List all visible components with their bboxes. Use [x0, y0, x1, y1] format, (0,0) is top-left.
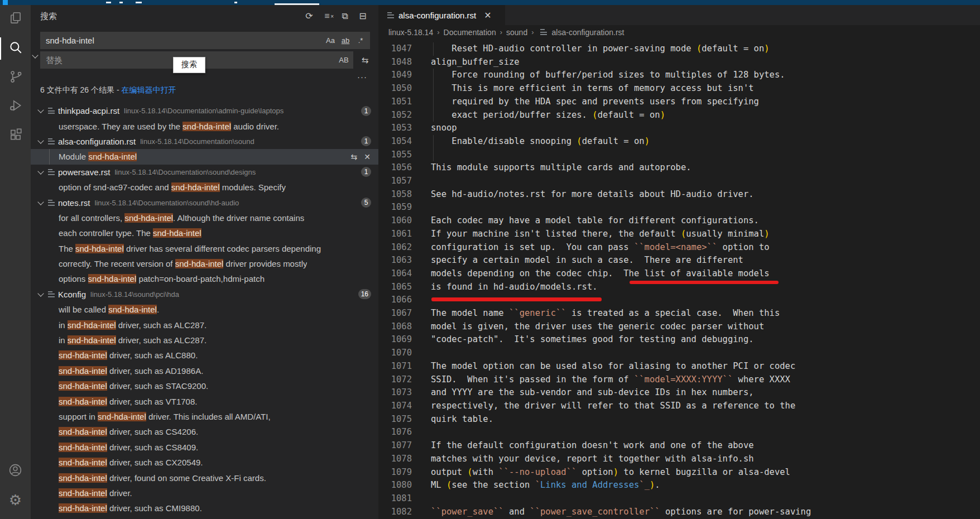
- match-result-row[interactable]: snd-hda-intel driver, such as CX20549.: [31, 455, 378, 470]
- code-line[interactable]: 1056This module supports multiple cards …: [378, 161, 980, 175]
- match-result-row[interactable]: The snd-hda-intel driver has several dif…: [31, 241, 378, 256]
- match-result-row[interactable]: snd-hda-intel: [31, 516, 378, 519]
- match-result-row[interactable]: snd-hda-intel driver, such as AD1986A.: [31, 363, 378, 378]
- code-line[interactable]: 1074respectively, the driver will refer …: [378, 400, 980, 413]
- match-result-row[interactable]: snd-hda-intel driver, such as CMI9880.: [31, 501, 378, 516]
- code-line[interactable]: 1052 exact period/buffer sizes. (default…: [378, 109, 980, 122]
- code-line[interactable]: 1072SSID. When it's passed in the form o…: [378, 373, 980, 387]
- code-line[interactable]: 1062configuration is set up. You can pas…: [378, 241, 980, 254]
- match-result-row[interactable]: correctly. The recent version of snd-hda…: [31, 256, 378, 271]
- match-result-row[interactable]: options snd-hda-intel patch=on-board-pat…: [31, 271, 378, 286]
- sidebar-item-explorer[interactable]: [0, 5, 31, 34]
- file-result-row[interactable]: thinkpad-acpi.rstlinux-5.18.14\Documenta…: [31, 103, 378, 118]
- sidebar-item-run-debug[interactable]: [0, 92, 31, 121]
- match-result-row[interactable]: option of snd-ac97-codec and snd-hda-int…: [31, 180, 378, 195]
- code-line[interactable]: 1073and YYYY are the sub-vendor and sub-…: [378, 386, 980, 400]
- line-content: [431, 201, 980, 214]
- code-line[interactable]: 1048align_buffer_size: [378, 56, 980, 69]
- line-content: snoop: [431, 122, 980, 135]
- code-line[interactable]: 1049 Force rounding of buffer/period siz…: [378, 69, 980, 82]
- regex-toggle[interactable]: .*: [355, 35, 366, 46]
- match-result-row[interactable]: in snd-hda-intel driver, such as ALC287.: [31, 317, 378, 332]
- code-line[interactable]: 1075quirk table.: [378, 413, 980, 426]
- accounts-button[interactable]: [0, 456, 31, 486]
- sidebar-item-extensions[interactable]: [0, 121, 31, 150]
- open-in-editor-link[interactable]: 在编辑器中打开: [121, 85, 176, 94]
- code-line[interactable]: 1047 Reset HD-audio controller in power-…: [378, 42, 980, 56]
- breadcrumb-item[interactable]: sound: [506, 28, 527, 37]
- code-line[interactable]: 1054 Enable/disable snooping (default = …: [378, 135, 980, 148]
- code-line[interactable]: 1069"codec-patch". It's sometimes good f…: [378, 333, 980, 347]
- file-result-row[interactable]: powersave.rstlinux-5.18.14\Documentation…: [31, 165, 378, 180]
- whole-word-toggle[interactable]: ab: [340, 35, 351, 46]
- match-result-row[interactable]: snd-hda-intel driver, such as STAC9200.: [31, 378, 378, 393]
- code-line[interactable]: 1050 This is more efficient in terms of …: [378, 82, 980, 95]
- code-line[interactable]: 1078matches with your device, report it …: [378, 453, 980, 466]
- code-line[interactable]: 1061If your machine isn't listed there, …: [378, 228, 980, 241]
- code-lines[interactable]: 1047 Reset HD-audio controller in power-…: [378, 39, 980, 519]
- refresh-icon[interactable]: ⟳: [304, 11, 315, 22]
- breadcrumb-item[interactable]: Documentation: [444, 28, 496, 37]
- code-line[interactable]: 1053snoop: [378, 122, 980, 135]
- dismiss-icon[interactable]: ✕: [364, 152, 371, 161]
- code-line[interactable]: 1082``power_save`` and ``power_save_cont…: [378, 506, 980, 519]
- search-input[interactable]: [40, 36, 325, 45]
- sidebar-item-search[interactable]: [0, 34, 31, 63]
- match-result-row[interactable]: snd-hda-intel driver, such as CS8409.: [31, 440, 378, 455]
- toggle-replace-chevron-icon[interactable]: [32, 52, 38, 58]
- match-result-row[interactable]: each controller type. The snd-hda-intel: [31, 225, 378, 241]
- match-result-row[interactable]: snd-hda-intel driver.: [31, 486, 378, 501]
- sidebar-item-source-control[interactable]: [0, 63, 31, 92]
- code-line[interactable]: 1068model is given, the driver uses the …: [378, 320, 980, 334]
- clear-results-icon[interactable]: ≡×: [321, 11, 333, 22]
- code-line[interactable]: 1077If the default configuration doesn't…: [378, 439, 980, 453]
- match-result-row[interactable]: snd-hda-intel driver, found on some Crea…: [31, 470, 378, 485]
- match-result-row[interactable]: in snd-hda-intel driver, such as ALC287.: [31, 333, 378, 348]
- open-new-search-editor-icon[interactable]: ⧉: [339, 11, 350, 22]
- code-line[interactable]: 1081: [378, 492, 980, 506]
- code-line[interactable]: 1070: [378, 347, 980, 360]
- code-line[interactable]: 1080ML (see the section `Links and Addre…: [378, 479, 980, 492]
- tab-alsa-configuration[interactable]: alsa-configuration.rst ✕: [378, 5, 505, 25]
- code-line[interactable]: 1079output (with ``--no-upload`` option)…: [378, 466, 980, 479]
- match-result-row[interactable]: support in snd-hda-intel driver. This in…: [31, 409, 378, 424]
- breadcrumb-item[interactable]: linux-5.18.14: [388, 28, 433, 37]
- code-line[interactable]: 1071The model option can be used also fo…: [378, 360, 980, 373]
- line-content: models depending on the codec chip. The …: [431, 267, 980, 281]
- match-result-row[interactable]: snd-hda-intel driver, such as CS4206.: [31, 424, 378, 439]
- close-icon[interactable]: ✕: [484, 10, 491, 21]
- file-result-row[interactable]: Kconfiglinux-5.18.14\sound\pci\hda16: [31, 287, 378, 302]
- code-line[interactable]: 1055: [378, 148, 980, 162]
- tree-indent-guide: [49, 149, 50, 164]
- match-result-row[interactable]: snd-hda-intel driver, such as VT1708.: [31, 393, 378, 409]
- match-text: snd-hda-intel driver, such as VT1708.: [59, 397, 197, 406]
- file-result-row[interactable]: alsa-configuration.rstlinux-5.18.14\Docu…: [31, 134, 378, 149]
- match-highlight: snd-hda-intel: [59, 458, 107, 467]
- file-result-row[interactable]: notes.rstlinux-5.18.14\Documentation\sou…: [31, 195, 378, 210]
- match-result-row[interactable]: userspace. They are used by the snd-hda-…: [31, 118, 378, 133]
- preserve-case-toggle[interactable]: AB: [338, 55, 349, 66]
- code-line[interactable]: 1051 required by the HDA spec and preven…: [378, 95, 980, 109]
- replace-icon[interactable]: ⇆: [351, 152, 358, 161]
- match-result-row[interactable]: snd-hda-intel driver, such as ALC880.: [31, 348, 378, 363]
- replace-all-icon[interactable]: ⇆: [359, 54, 371, 66]
- match-result-row[interactable]: Module snd-hda-intel⇆✕: [31, 149, 378, 164]
- line-content: align_buffer_size: [431, 56, 980, 69]
- breadcrumb-item[interactable]: alsa-configuration.rst: [552, 28, 624, 37]
- match-result-row[interactable]: for all controllers, snd-hda-intel. Alth…: [31, 210, 378, 225]
- code-line[interactable]: 1058See hd-audio/notes.rst for more deta…: [378, 188, 980, 201]
- match-case-toggle[interactable]: Aa: [325, 35, 336, 46]
- code-line[interactable]: 1057: [378, 175, 980, 188]
- code-line[interactable]: 1076: [378, 426, 980, 439]
- code-line[interactable]: 1064models depending on the codec chip. …: [378, 267, 980, 281]
- code-line[interactable]: 1063specify a certain model in such a ca…: [378, 254, 980, 267]
- code-line[interactable]: 1059: [378, 201, 980, 214]
- toggle-search-details-icon[interactable]: ···: [357, 72, 367, 81]
- collapse-all-icon[interactable]: ⊟: [357, 11, 368, 22]
- line-content: ML (see the section `Links and Addresses…: [431, 479, 980, 492]
- settings-button[interactable]: ⚙: [0, 486, 31, 515]
- code-line[interactable]: 1067The model name ``generic`` is treate…: [378, 307, 980, 320]
- editor-group: alsa-configuration.rst ✕ linux-5.18.14 ›…: [378, 5, 980, 519]
- match-result-row[interactable]: will be called snd-hda-intel.: [31, 302, 378, 317]
- code-line[interactable]: 1060Each codec may have a model table fo…: [378, 214, 980, 228]
